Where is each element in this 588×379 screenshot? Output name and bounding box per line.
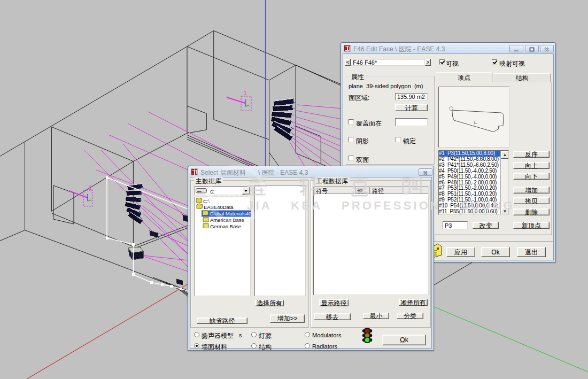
svg-text:German Base: German Base (210, 223, 241, 229)
svg-text:Global Materials40: Global Materials40 (210, 211, 251, 216)
svg-text:C:\: C:\ (203, 198, 210, 204)
svg-text:1: 1 (89, 185, 92, 191)
svg-text:1: 1 (244, 90, 247, 96)
svg-text:American Base: American Base (210, 217, 244, 223)
svg-text:EASE40Data: EASE40Data (204, 204, 234, 210)
